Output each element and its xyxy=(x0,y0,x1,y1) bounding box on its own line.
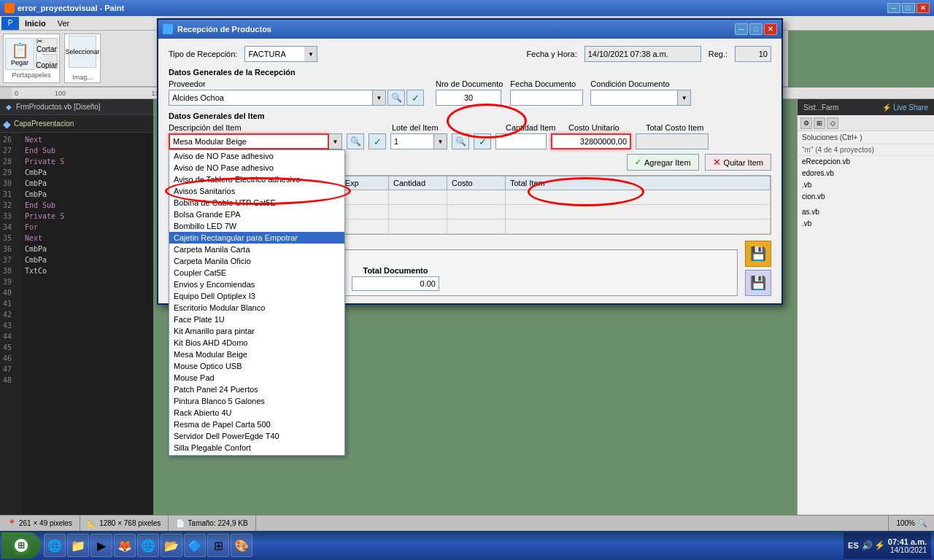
descripcion-dropdown-list[interactable]: Aviso de NO Pase adhesivo Aviso de NO Pa… xyxy=(169,149,345,456)
dialog-maximize-btn[interactable]: □ xyxy=(749,23,763,35)
sol-item-1[interactable]: eRecepcion.vb xyxy=(798,156,934,168)
dropdown-item-22[interactable]: Pintura Blanco 5 Galones xyxy=(169,395,344,407)
sol-btn1[interactable]: ⚙ xyxy=(800,117,812,129)
nro-doc-input[interactable] xyxy=(436,90,501,106)
costo-unitario-input[interactable] xyxy=(551,133,631,149)
dropdown-item-26[interactable]: Silla Plegable Confort xyxy=(169,442,344,454)
dialog-close-btn[interactable]: ✕ xyxy=(764,23,777,35)
sol-item-4[interactable]: cion.vb xyxy=(798,191,934,203)
dropdown-item-11[interactable]: Coupler Cat5E xyxy=(169,267,344,279)
descripcion-input[interactable] xyxy=(169,133,329,149)
lote-arrow[interactable]: ▼ xyxy=(434,133,447,149)
paint-menu-icon[interactable]: P xyxy=(1,17,19,30)
dropdown-item-20[interactable]: Mouse Pad xyxy=(169,372,344,384)
lote-check-btn[interactable]: ✓ xyxy=(474,133,491,149)
taskbar-grid[interactable]: ⊞ xyxy=(207,534,229,557)
quitar-btn[interactable]: ✕ Quitar Item xyxy=(705,154,771,171)
paint-close-btn[interactable]: ✕ xyxy=(916,3,930,13)
condicion-doc-input[interactable] xyxy=(590,90,678,106)
proveedor-search-btn[interactable]: 🔍 xyxy=(387,90,405,106)
lote-input[interactable] xyxy=(390,133,434,149)
proveedor-check-btn[interactable]: ✓ xyxy=(406,90,424,106)
agregar-btn[interactable]: ✓ Agregar Item xyxy=(627,154,699,171)
menu-inicio[interactable]: Inicio xyxy=(19,18,52,29)
dropdown-item-2[interactable]: Aviso de NO Pase adhesivo xyxy=(169,162,344,174)
select-btn[interactable]: Seleccionar xyxy=(69,36,96,68)
right-panel: Sist...Farm ⚡ Live Share ⚙ ⊞ ◇ Solucione… xyxy=(797,99,934,515)
taskbar-media[interactable]: ▶ xyxy=(90,534,112,557)
proveedor-dropdown-arrow[interactable]: ▼ xyxy=(373,90,386,106)
sol-item-7[interactable]: .vb xyxy=(798,218,934,230)
item-labels-row: Descripción del Item Lote del Item Canti… xyxy=(169,123,771,132)
dropdown-item-4[interactable]: Avisos Sanitarios xyxy=(169,185,344,197)
cantidad-input[interactable] xyxy=(495,133,547,149)
taskbar-folder[interactable]: 📂 xyxy=(161,534,182,557)
save-btn-2[interactable]: 💾 xyxy=(745,270,771,296)
dropdown-item-6[interactable]: Bolsa Grande EPA xyxy=(169,209,344,220)
paint-titlebar: error_proyectovisual - Paint ─ □ ✕ xyxy=(0,0,934,16)
sol-search[interactable]: ◇ xyxy=(827,117,838,129)
dropdown-item-21[interactable]: Patch Panel 24 Puertos xyxy=(169,384,344,395)
copy-btn[interactable]: 📄 Copiar xyxy=(36,54,58,69)
right-panel-header: Sist...Farm ⚡ Live Share xyxy=(798,99,934,115)
dropdown-item-10[interactable]: Carpeta Manila Oficio xyxy=(169,255,344,267)
dropdown-item-7[interactable]: Bombillo LED 7W xyxy=(169,220,344,232)
paint-maximize-btn[interactable]: □ xyxy=(902,3,915,13)
sol-btn2[interactable]: ⊞ xyxy=(814,117,825,129)
dropdown-item-9[interactable]: Carpeta Manila Carta xyxy=(169,244,344,255)
fecha-hora-label: Fecha y Hora: xyxy=(527,50,577,58)
lote-search-btn[interactable]: 🔍 xyxy=(452,133,469,149)
dropdown-item-24[interactable]: Resma de Papel Carta 500 xyxy=(169,419,344,430)
costo-unitario-label: Costo Unitario xyxy=(568,123,641,132)
dropdown-item-18[interactable]: Mesa Modular Beige xyxy=(169,349,344,360)
dropdown-item-12[interactable]: Envios y Encomiendas xyxy=(169,279,344,290)
dropdown-item-16[interactable]: Kit Amarillo para pintar xyxy=(169,325,344,337)
tipo-recepcion-select[interactable]: FACTURA xyxy=(244,46,317,62)
sol-item-6[interactable]: as.vb xyxy=(798,206,934,218)
paste-btn[interactable]: 📋 Pegar xyxy=(5,38,34,70)
dropdown-item-5[interactable]: Bobina de Cable UTP Cat5E xyxy=(169,197,344,209)
taskbar-firefox[interactable]: 🦊 xyxy=(114,534,136,557)
dropdown-item-19[interactable]: Mouse Optico USB xyxy=(169,360,344,372)
dialog-minimize-btn[interactable]: ─ xyxy=(735,23,748,35)
dialog-title: Recepción de Productos xyxy=(177,25,271,34)
taskbar-paint[interactable]: 🎨 xyxy=(231,534,252,557)
taskbar-explorer[interactable]: 📁 xyxy=(67,534,89,557)
sol-item-2[interactable]: edores.vb xyxy=(798,168,934,179)
capa-presentacion[interactable]: CapaPresentacion xyxy=(14,120,74,128)
dialog-icon xyxy=(163,24,173,34)
sol-item-3[interactable]: .vb xyxy=(798,179,934,191)
proveedor-input[interactable] xyxy=(169,90,373,106)
dropdown-item-3[interactable]: Aviso de Tablero Electrico adhesivo xyxy=(169,174,344,185)
dropdown-item-25[interactable]: Servidor Dell PowerEgde T40 xyxy=(169,430,344,442)
dialog-controls: ─ □ ✕ xyxy=(735,23,777,35)
agregar-label: Agregar Item xyxy=(644,158,691,167)
dropdown-item-17[interactable]: Kit Bios AHD 4Domo xyxy=(169,337,344,349)
dropdown-item-23[interactable]: Rack Abierto 4U xyxy=(169,407,344,419)
save-btn-1[interactable]: 💾 xyxy=(745,241,771,267)
descripcion-search-btn[interactable]: 🔍 xyxy=(347,133,364,149)
live-share-icon[interactable]: ⚡ Live Share xyxy=(882,104,928,112)
taskbar-vs[interactable]: 🔷 xyxy=(184,534,206,557)
descripcion-check-btn[interactable]: ✓ xyxy=(368,133,386,149)
descripcion-arrow[interactable]: ▼ xyxy=(329,133,342,149)
condicion-doc-arrow[interactable]: ▼ xyxy=(678,90,691,106)
project-info: "m" (4 de 4 proyectos) xyxy=(798,144,934,156)
total-costo-input xyxy=(636,133,709,149)
dropdown-item-27[interactable]: Switch 16 Puertos 10/100 xyxy=(169,454,344,456)
dropdown-item-1[interactable]: Aviso de NO Pase adhesivo xyxy=(169,150,344,162)
paint-minimize-btn[interactable]: ─ xyxy=(887,3,900,13)
start-btn[interactable]: ⊞ xyxy=(1,532,41,559)
reg-label: Reg.: xyxy=(709,50,727,58)
taskbar-chrome[interactable]: 🌐 xyxy=(137,534,159,557)
dropdown-item-13[interactable]: Equipo Dell Optiplex I3 xyxy=(169,290,344,302)
dropdown-item-14[interactable]: Escritorio Modular Blanco xyxy=(169,302,344,314)
dropdown-item-15[interactable]: Face Plate 1U xyxy=(169,314,344,325)
taskbar-ie[interactable]: 🌐 xyxy=(44,534,66,557)
paint-icon xyxy=(4,3,15,13)
menu-ver[interactable]: Ver xyxy=(52,18,76,29)
dropdown-item-8[interactable]: Cajetin Rectangular para Empotrar xyxy=(169,232,344,244)
vs-nav-btn[interactable]: ◆ xyxy=(3,118,11,130)
cut-btn[interactable]: ✂ Cortar xyxy=(36,38,58,52)
fecha-doc-input[interactable] xyxy=(510,90,583,106)
